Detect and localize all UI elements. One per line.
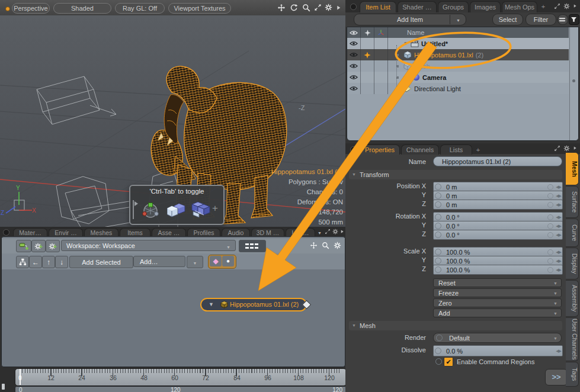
panel-thumb-icon[interactable] [350,4,357,10]
side-tab-curve[interactable]: Curve [566,219,579,247]
tab-audio[interactable]: Audio [222,228,250,237]
nav-up-button[interactable]: ↑ [42,256,55,268]
node-collapse-icon[interactable]: ▼ [209,301,214,307]
tooltip-plus-icon[interactable]: + [212,203,218,214]
schematic-pan-icon[interactable] [310,242,318,249]
side-tab-user-channels[interactable]: User Channels [566,317,579,361]
mini-slider-icon[interactable] [556,185,561,189]
mini-slider-icon[interactable] [556,203,561,207]
add-selected-button[interactable]: Add Selected [69,256,133,268]
panel-thumb-icon[interactable] [3,229,9,236]
add-dropdown-button[interactable] [187,256,203,268]
visibility-eye-icon[interactable] [347,60,361,72]
mini-slider-icon[interactable] [556,233,561,237]
node-connector-diamond[interactable] [302,300,312,310]
viewport-canvas[interactable]: Y X Z -Z Hippopotamus 01.lxl (2) Polygon… [0,15,345,236]
show-links-toggle[interactable]: ● [222,256,234,266]
render-dropdown[interactable]: Default [433,333,562,343]
axis-cell[interactable] [374,83,388,94]
expand-triangle-icon[interactable]: ▼ [403,41,408,46]
mesh-section-header[interactable]: Mesh [349,321,562,330]
visibility-eye-icon[interactable] [347,49,361,60]
channel-radio[interactable] [435,184,441,190]
tab-3d-models[interactable]: 3D M … [251,228,284,237]
tab-overflow-icon[interactable] [318,229,322,236]
add-button[interactable]: Add… [133,256,185,267]
add-transform-button[interactable]: Add [433,309,562,317]
zoom-view-icon[interactable] [302,4,310,12]
raygl-button[interactable]: Ray GL: Off [115,3,165,14]
panel-gear-icon[interactable] [563,145,570,152]
item-list-scrollbar[interactable] [569,27,578,140]
panel-maximize-icon[interactable] [554,145,560,152]
tab-images[interactable]: Images [470,1,501,12]
lock-column-icon[interactable] [361,27,374,38]
channel-radio[interactable] [435,214,441,220]
timeline-range-bar[interactable]: 0 120 120 [15,386,347,392]
camera-name-cell[interactable]: Camera [388,72,569,83]
keyframe-circle-icon[interactable] [547,193,553,199]
scene-name-cell[interactable]: ▼ Untitled* [388,38,569,49]
show-channels-toggle[interactable]: ◆ [210,256,222,266]
more-options-button[interactable]: >> [545,369,568,385]
action-center-gizmo-icon[interactable] [141,200,160,219]
light-name-cell[interactable]: Directional Light [388,83,569,94]
visibility-column-icon[interactable] [347,27,361,38]
panel-thumb-icon[interactable] [350,146,357,153]
tab-meshes[interactable]: Meshes [84,228,118,237]
single-item-mode-icon[interactable] [167,201,187,218]
select-button[interactable]: Select [492,14,523,25]
channel-radio[interactable] [435,348,441,354]
panel-flyout-icon[interactable] [573,146,577,150]
tab-properties[interactable]: Properties [360,144,400,155]
keyframe-circle-icon[interactable] [547,202,553,208]
nav-back-button[interactable]: ← [29,256,42,268]
panel-maximize-icon[interactable] [554,3,560,9]
keyframe-circle-icon[interactable] [547,258,553,264]
freeze-button[interactable]: Freeze [433,288,562,297]
enable-command-regions-checkbox[interactable] [444,357,453,367]
channel-radio[interactable] [435,223,441,229]
viewport-textures-button[interactable]: Viewport Textures [168,3,231,14]
side-tab-display[interactable]: Display [566,248,579,279]
tab-add-plus[interactable]: + [539,1,548,12]
keyframe-circle-icon[interactable] [547,214,553,220]
side-tab-mesh[interactable]: Mesh [566,152,579,185]
mini-slider-icon[interactable] [556,349,561,354]
tab-items[interactable]: Items [120,228,150,237]
shading-mode-button[interactable]: Shaded [53,3,111,14]
mesh-name-cell[interactable]: Mesh [388,60,569,72]
mini-slider-icon[interactable] [556,250,561,255]
viewport-3d[interactable]: Perspective Shaded Ray GL: Off Viewport … [0,0,345,236]
visibility-eye-icon[interactable] [347,72,361,83]
row-scene-untitled[interactable]: ▼ Untitled* [347,38,569,49]
timeline-ruler[interactable]: 0 12 24 36 48 60 72 84 96 108 120 [15,368,347,386]
mini-slider-icon[interactable] [556,259,561,264]
tab-mesh-ops[interactable]: Mesh Ops [502,1,537,12]
axis-cell[interactable] [374,72,388,83]
axis-cell[interactable] [374,60,388,72]
keyframe-circle-icon[interactable] [547,267,553,273]
dissolve-field[interactable]: 0.0 % [433,345,563,356]
reset-button[interactable]: Reset [433,278,562,287]
tab-use[interactable]: Use… [286,228,315,237]
tree-view-button[interactable] [16,256,29,268]
channel-radio[interactable] [435,266,441,273]
filter-button[interactable]: Filter [525,14,556,25]
row-mesh-ghost[interactable]: Mesh [347,60,569,72]
hierarchy-mode-icon[interactable] [191,201,211,219]
schematic-maximize-icon[interactable] [325,229,331,234]
tab-item-list[interactable]: Item List [360,1,396,12]
viewport-flyout-icon[interactable] [336,5,341,11]
row-mesh-hippopotamus[interactable]: Hippopotamus 01.lxl (2) [347,49,569,60]
nav-down-button[interactable]: ↓ [55,256,68,268]
name-column-header[interactable]: Name [388,27,569,38]
schematic-zoom-icon[interactable] [322,242,329,249]
workspace-selector[interactable]: Workspace: Workspace [61,240,236,251]
mini-slider-icon[interactable] [556,224,561,229]
visibility-eye-icon[interactable] [347,38,361,49]
keyframe-circle-icon[interactable] [547,184,553,190]
axis-cell[interactable] [374,38,388,49]
schematic-canvas[interactable]: ▼ Hippopotamus 01.lxl (2) [2,269,345,366]
lock-cell[interactable] [361,60,374,72]
